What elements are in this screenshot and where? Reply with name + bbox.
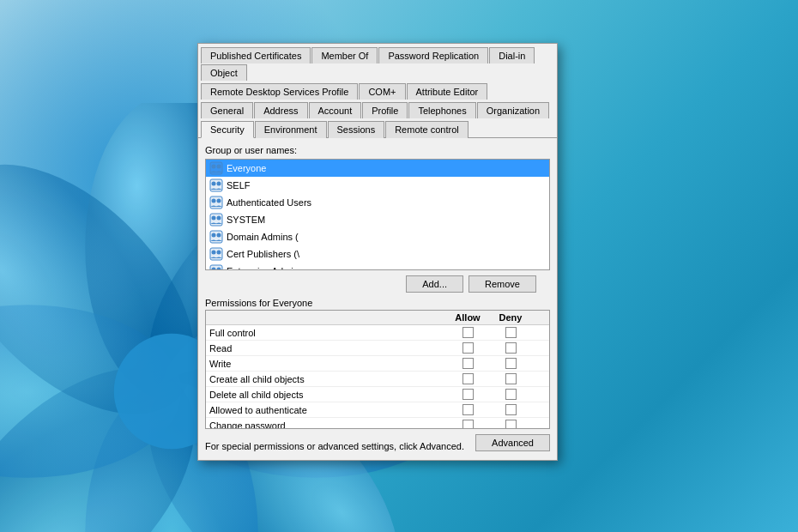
tab-dial-in[interactable]: Dial-in xyxy=(489,47,535,63)
tab-security[interactable]: Security xyxy=(201,121,254,138)
perm-deny-write[interactable] xyxy=(489,358,532,369)
tab-account[interactable]: Account xyxy=(309,102,362,118)
checkbox-deny-full[interactable] xyxy=(505,327,517,338)
user-item-system[interactable]: SYSTEM xyxy=(206,211,549,228)
user-group-icon-domain xyxy=(209,230,223,244)
checkbox-allow-delete[interactable] xyxy=(462,389,474,400)
tab-row-2: Remote Desktop Services Profile COM+ Att… xyxy=(198,80,557,99)
svg-point-31 xyxy=(217,251,221,255)
user-action-buttons: Add... Remove xyxy=(205,275,550,293)
perm-name-read: Read xyxy=(209,343,446,354)
checkbox-deny-delete[interactable] xyxy=(505,389,517,400)
user-item-enterprise-admin[interactable]: Enterprise Admin . xyxy=(206,263,549,270)
tab-environment[interactable]: Environment xyxy=(255,121,327,138)
tab-attribute-editor[interactable]: Attribute Editor xyxy=(407,83,488,100)
user-item-domain-admins[interactable]: Domain Admins ( xyxy=(206,228,549,245)
properties-dialog: Published Certificates Member Of Passwor… xyxy=(197,43,558,461)
user-list[interactable]: Everyone SELF xyxy=(205,159,550,270)
user-group-icon-cert xyxy=(209,247,223,261)
user-group-icon-enterprise xyxy=(209,264,223,270)
user-system-label: SYSTEM xyxy=(227,215,265,225)
perm-allow-write[interactable] xyxy=(446,358,489,369)
tab-member-of[interactable]: Member Of xyxy=(311,47,378,63)
checkbox-allow-full[interactable] xyxy=(462,327,474,338)
perm-allow-auth[interactable] xyxy=(446,404,489,415)
tab-object[interactable]: Object xyxy=(201,64,247,81)
checkbox-deny-auth[interactable] xyxy=(505,404,517,415)
checkbox-deny-change[interactable] xyxy=(505,420,517,428)
tab-published-certificates[interactable]: Published Certificates xyxy=(201,47,311,63)
tab-general[interactable]: General xyxy=(201,102,253,118)
checkbox-allow-write[interactable] xyxy=(462,358,474,369)
checkbox-allow-create[interactable] xyxy=(462,373,474,384)
user-item-cert-publishers[interactable]: Cert Publishers (\ xyxy=(206,245,549,263)
tab-remote-control[interactable]: Remote control xyxy=(385,121,469,138)
user-self-label: SELF xyxy=(227,180,251,190)
checkbox-deny-write[interactable] xyxy=(505,358,517,369)
user-item-everyone[interactable]: Everyone xyxy=(206,160,549,177)
user-everyone-label: Everyone xyxy=(227,163,266,173)
checkbox-allow-read[interactable] xyxy=(462,342,474,354)
perm-deny-change-pass[interactable] xyxy=(489,420,532,428)
add-button[interactable]: Add... xyxy=(406,275,463,293)
tab-row-1: Published Certificates Member Of Passwor… xyxy=(198,44,557,80)
checkbox-allow-change[interactable] xyxy=(462,420,474,428)
perm-deny-create-child[interactable] xyxy=(489,373,532,384)
perm-name-create-child: Create all child objects xyxy=(209,374,446,384)
tab-row-3: General Address Account Profile Telephon… xyxy=(198,99,557,118)
perm-name-change-password: Change password xyxy=(209,420,446,429)
tab-sessions[interactable]: Sessions xyxy=(328,121,385,138)
tab-address[interactable]: Address xyxy=(254,102,307,118)
footer-section: For special permissions or advanced sett… xyxy=(205,429,550,453)
user-item-authenticated[interactable]: Authenticated Users xyxy=(206,194,549,211)
permissions-list[interactable]: Full control Read Write xyxy=(206,325,549,428)
perm-row-full-control: Full control xyxy=(206,325,549,341)
perm-row-read: Read xyxy=(206,341,549,356)
svg-point-14 xyxy=(212,182,216,186)
tab-telephones[interactable]: Telephones xyxy=(408,102,475,118)
svg-point-10 xyxy=(212,165,216,169)
footer-text: For special permissions or advanced sett… xyxy=(205,441,475,451)
permissions-label: Permissions for Everyone xyxy=(205,298,550,308)
user-group-icon-system xyxy=(209,213,223,227)
tab-remote-desktop[interactable]: Remote Desktop Services Profile xyxy=(201,83,358,100)
group-user-names-label: Group or user names: xyxy=(205,145,550,155)
user-cert-publishers-label: Cert Publishers (\ xyxy=(227,249,299,259)
remove-button[interactable]: Remove xyxy=(469,275,536,293)
perm-col-name xyxy=(209,312,446,323)
perm-col-deny: Deny xyxy=(489,312,532,323)
advanced-button[interactable]: Advanced xyxy=(475,434,550,451)
svg-rect-33 xyxy=(210,265,222,270)
tab-password-replication[interactable]: Password Replication xyxy=(378,47,488,63)
perm-deny-read[interactable] xyxy=(489,342,532,354)
tab-com-plus[interactable]: COM+ xyxy=(359,83,405,100)
perm-name-delete-child: Delete all child objects xyxy=(209,390,446,400)
svg-point-30 xyxy=(212,251,216,255)
perm-col-scroll xyxy=(532,312,546,323)
tab-organization[interactable]: Organization xyxy=(477,102,549,118)
security-tab-content: Group or user names: Everyone xyxy=(198,137,557,460)
perm-allow-read[interactable] xyxy=(446,342,489,354)
perm-name-write: Write xyxy=(209,359,446,369)
user-enterprise-admin-label: Enterprise Admin . xyxy=(227,266,304,270)
permissions-table: Allow Deny Full control Read xyxy=(205,310,550,429)
perm-allow-create-child[interactable] xyxy=(446,373,489,384)
tab-profile[interactable]: Profile xyxy=(362,102,408,118)
tab-row-4: Security Environment Sessions Remote con… xyxy=(198,118,557,137)
perm-row-write: Write xyxy=(206,356,549,372)
user-domain-admins-label: Domain Admins ( xyxy=(227,232,299,242)
perm-deny-delete-child[interactable] xyxy=(489,389,532,400)
perm-deny-auth[interactable] xyxy=(489,404,532,415)
checkbox-deny-read[interactable] xyxy=(505,342,517,354)
svg-point-27 xyxy=(217,233,221,238)
perm-allow-delete-child[interactable] xyxy=(446,389,489,400)
svg-point-11 xyxy=(217,165,221,169)
user-item-self[interactable]: SELF xyxy=(206,177,549,194)
checkbox-allow-auth[interactable] xyxy=(462,404,474,415)
user-authenticated-label: Authenticated Users xyxy=(227,197,311,208)
perm-deny-full-control[interactable] xyxy=(489,327,532,338)
perm-allow-full-control[interactable] xyxy=(446,327,489,338)
perm-allow-change-pass[interactable] xyxy=(446,420,489,428)
svg-point-26 xyxy=(212,233,216,238)
checkbox-deny-create[interactable] xyxy=(505,373,517,384)
